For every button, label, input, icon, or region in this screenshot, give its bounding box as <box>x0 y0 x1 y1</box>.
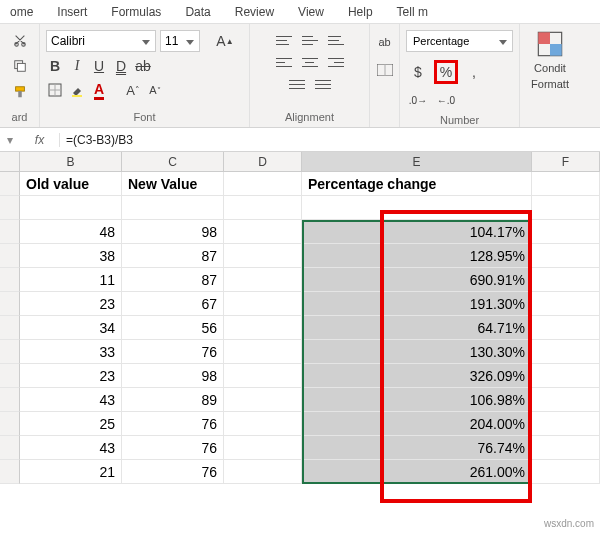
cell-pct[interactable]: 191.30% <box>302 292 532 316</box>
tab-formulas[interactable]: Formulas <box>99 1 173 23</box>
align-bottom-icon[interactable] <box>326 32 346 48</box>
tab-tellme[interactable]: Tell m <box>385 1 440 23</box>
cell-empty[interactable] <box>532 316 600 340</box>
cell-new[interactable]: 76 <box>122 412 224 436</box>
col-header-F[interactable]: F <box>532 152 600 171</box>
header-old[interactable]: Old value <box>20 172 122 196</box>
row-header[interactable] <box>0 172 20 196</box>
cell-empty[interactable] <box>532 340 600 364</box>
cell-new[interactable]: 76 <box>122 340 224 364</box>
align-top-icon[interactable] <box>274 32 294 48</box>
merge-icon[interactable] <box>376 60 394 80</box>
cell-new[interactable]: 76 <box>122 460 224 484</box>
cell-empty[interactable] <box>532 436 600 460</box>
cell-new[interactable]: 98 <box>122 220 224 244</box>
row-header[interactable] <box>0 364 20 388</box>
row-header[interactable] <box>0 436 20 460</box>
cell-empty[interactable] <box>224 268 302 292</box>
cell-old[interactable]: 48 <box>20 220 122 244</box>
tab-review[interactable]: Review <box>223 1 286 23</box>
row-header[interactable] <box>0 460 20 484</box>
cell-empty[interactable] <box>224 460 302 484</box>
cell-pct[interactable]: 76.74% <box>302 436 532 460</box>
strikethrough-button[interactable]: ab <box>134 56 152 76</box>
border-icon[interactable] <box>46 80 64 100</box>
double-underline-button[interactable]: D <box>112 56 130 76</box>
row-header[interactable] <box>0 268 20 292</box>
cell-empty[interactable] <box>224 436 302 460</box>
tab-data[interactable]: Data <box>173 1 222 23</box>
tab-insert[interactable]: Insert <box>45 1 99 23</box>
align-right-icon[interactable] <box>326 54 346 70</box>
tab-help[interactable]: Help <box>336 1 385 23</box>
currency-button[interactable]: $ <box>406 60 430 84</box>
shrink-font-icon[interactable]: A˅ <box>146 80 164 100</box>
cell-pct[interactable]: 690.91% <box>302 268 532 292</box>
cell-pct[interactable]: 326.09% <box>302 364 532 388</box>
decrease-decimal-icon[interactable]: ←.0 <box>434 88 458 112</box>
row-header[interactable] <box>0 220 20 244</box>
cell-pct[interactable]: 204.00% <box>302 412 532 436</box>
cell-new[interactable]: 87 <box>122 268 224 292</box>
cell-old[interactable]: 11 <box>20 268 122 292</box>
align-middle-icon[interactable] <box>300 32 320 48</box>
cell-old[interactable]: 21 <box>20 460 122 484</box>
col-header-B[interactable]: B <box>20 152 122 171</box>
cell-empty[interactable] <box>224 316 302 340</box>
cell-old[interactable]: 25 <box>20 412 122 436</box>
formula-input[interactable]: =(C3-B3)/B3 <box>60 133 600 147</box>
cell-pct[interactable]: 261.00% <box>302 460 532 484</box>
tab-view[interactable]: View <box>286 1 336 23</box>
row-header[interactable] <box>0 340 20 364</box>
cell-pct[interactable]: 64.71% <box>302 316 532 340</box>
select-all-corner[interactable] <box>0 152 20 171</box>
cell-empty[interactable] <box>532 460 600 484</box>
row-header[interactable] <box>0 244 20 268</box>
cell-new[interactable]: 67 <box>122 292 224 316</box>
cell-old[interactable]: 23 <box>20 292 122 316</box>
cell-old[interactable]: 43 <box>20 388 122 412</box>
col-header-D[interactable]: D <box>224 152 302 171</box>
conditional-formatting-group[interactable]: Condit Formatt <box>520 24 580 127</box>
cell-new[interactable]: 76 <box>122 436 224 460</box>
fill-color-icon[interactable] <box>68 80 86 100</box>
cell-pct[interactable]: 128.95% <box>302 244 532 268</box>
row-header[interactable] <box>0 292 20 316</box>
cell-empty[interactable] <box>224 220 302 244</box>
align-center-icon[interactable] <box>300 54 320 70</box>
header-pct[interactable]: Percentage change <box>302 172 532 196</box>
cell-empty[interactable] <box>532 292 600 316</box>
cell-empty[interactable] <box>224 388 302 412</box>
cell-empty[interactable] <box>532 220 600 244</box>
cell-empty[interactable] <box>532 364 600 388</box>
format-painter-icon[interactable] <box>9 82 31 102</box>
increase-indent-icon[interactable] <box>313 76 333 92</box>
underline-button[interactable]: U <box>90 56 108 76</box>
copy-icon[interactable] <box>9 56 31 76</box>
wrap-text-icon[interactable]: ab <box>376 32 394 52</box>
cell-empty[interactable] <box>532 172 600 196</box>
cell-empty[interactable] <box>224 172 302 196</box>
cell-new[interactable]: 98 <box>122 364 224 388</box>
align-left-icon[interactable] <box>274 54 294 70</box>
cell-empty[interactable] <box>532 268 600 292</box>
cut-icon[interactable] <box>9 30 31 50</box>
cell-pct[interactable]: 104.17% <box>302 220 532 244</box>
cell-old[interactable]: 23 <box>20 364 122 388</box>
cell-pct[interactable]: 130.30% <box>302 340 532 364</box>
cell-old[interactable]: 34 <box>20 316 122 340</box>
font-name-select[interactable]: Calibri <box>46 30 156 52</box>
percent-button[interactable]: % <box>434 60 458 84</box>
row-header[interactable] <box>0 316 20 340</box>
cell-new[interactable]: 89 <box>122 388 224 412</box>
cell-empty[interactable] <box>532 244 600 268</box>
cell-empty[interactable] <box>224 244 302 268</box>
name-box-dropdown[interactable]: ▾ <box>0 133 20 147</box>
cell-empty[interactable] <box>224 292 302 316</box>
bold-button[interactable]: B <box>46 56 64 76</box>
cell-empty[interactable] <box>532 412 600 436</box>
row-header[interactable] <box>0 412 20 436</box>
increase-decimal-icon[interactable]: .0→ <box>406 88 430 112</box>
cell-empty[interactable] <box>224 364 302 388</box>
cell-old[interactable]: 38 <box>20 244 122 268</box>
